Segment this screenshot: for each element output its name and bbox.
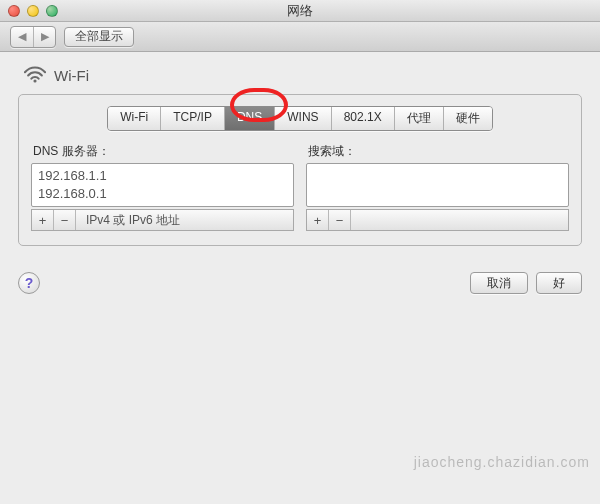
dns-servers-col: DNS 服务器： 192.168.1.1192.168.0.1 + − IPv4… <box>31 143 294 231</box>
dns-servers-controls: + − IPv4 或 IPv6 地址 <box>31 209 294 231</box>
search-remove-button[interactable]: − <box>329 210 351 230</box>
dns-hint: IPv4 或 IPv6 地址 <box>76 212 180 229</box>
help-button[interactable]: ? <box>18 272 40 294</box>
window-title: 网络 <box>0 2 600 20</box>
nav-back-forward: ◀ ▶ <box>10 26 56 48</box>
svg-point-0 <box>33 79 36 82</box>
dns-servers-label: DNS 服务器： <box>33 143 294 160</box>
dns-server-row[interactable]: 192.168.1.1 <box>38 167 287 185</box>
tab-dns[interactable]: DNS <box>224 107 274 130</box>
content: Wi-Fi Wi-Fi TCP/IP DNS WINS 802.1X 代理 硬件… <box>0 52 600 260</box>
settings-box: Wi-Fi TCP/IP DNS WINS 802.1X 代理 硬件 DNS 服… <box>18 94 582 246</box>
dns-server-row[interactable]: 192.168.0.1 <box>38 185 287 203</box>
tab-tcpip[interactable]: TCP/IP <box>160 107 224 130</box>
tab-hardware[interactable]: 硬件 <box>443 107 492 130</box>
cancel-button[interactable]: 取消 <box>470 272 528 294</box>
dns-remove-button[interactable]: − <box>54 210 76 230</box>
toolbar: ◀ ▶ 全部显示 <box>0 22 600 52</box>
tab-wins[interactable]: WINS <box>274 107 330 130</box>
tab-proxy[interactable]: 代理 <box>394 107 443 130</box>
panel-header: Wi-Fi <box>18 64 582 94</box>
search-add-button[interactable]: + <box>307 210 329 230</box>
search-domains-label: 搜索域： <box>308 143 569 160</box>
back-button[interactable]: ◀ <box>11 27 33 47</box>
titlebar: 网络 <box>0 0 600 22</box>
search-domains-list[interactable] <box>306 163 569 207</box>
search-domains-col: 搜索域： + − <box>306 143 569 231</box>
ok-button[interactable]: 好 <box>536 272 582 294</box>
tab-wifi[interactable]: Wi-Fi <box>108 107 160 130</box>
dns-add-button[interactable]: + <box>32 210 54 230</box>
forward-button[interactable]: ▶ <box>33 27 55 47</box>
panel-name: Wi-Fi <box>54 67 89 84</box>
search-domains-controls: + − <box>306 209 569 231</box>
dns-columns: DNS 服务器： 192.168.1.1192.168.0.1 + − IPv4… <box>31 143 569 231</box>
wifi-icon <box>24 66 46 84</box>
tabs: Wi-Fi TCP/IP DNS WINS 802.1X 代理 硬件 <box>31 106 569 131</box>
watermark: jiaocheng.chazidian.com <box>414 454 590 470</box>
show-all-button[interactable]: 全部显示 <box>64 27 134 47</box>
footer: ? 取消 好 <box>0 260 600 302</box>
dns-servers-list[interactable]: 192.168.1.1192.168.0.1 <box>31 163 294 207</box>
tab-row: Wi-Fi TCP/IP DNS WINS 802.1X 代理 硬件 <box>107 106 492 131</box>
tab-8021x[interactable]: 802.1X <box>331 107 394 130</box>
